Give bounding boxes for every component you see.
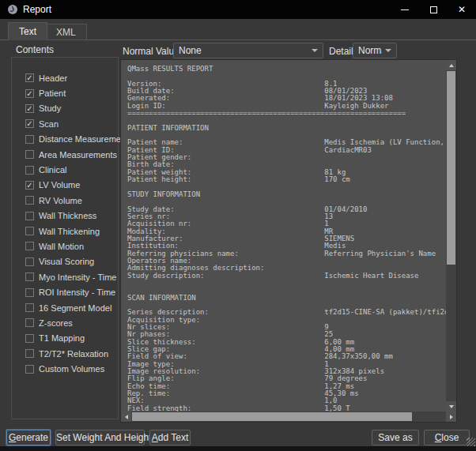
sidebar-item-label: Scan [39, 119, 59, 129]
sidebar-item-clinical[interactable]: Clinical [12, 162, 118, 177]
sidebar-item-wall-thickening[interactable]: Wall Thickening [12, 224, 118, 239]
report-textarea[interactable]: QMass RESULTS REPORT Version: 8.1 Build … [120, 59, 457, 423]
arrow-down-icon [449, 405, 454, 408]
sidebar-item-label: Header [39, 73, 67, 83]
checkbox-t1-mapping[interactable] [25, 334, 34, 343]
minimize-button[interactable] [391, 0, 419, 19]
checkbox-visual-scoring[interactable] [25, 257, 34, 266]
sidebar-item-label: Wall Thickening [39, 227, 100, 236]
vertical-scrollbar[interactable] [446, 60, 456, 412]
checkbox-header[interactable]: ✓ [25, 73, 34, 82]
checkbox-patient[interactable]: ✓ [25, 89, 34, 98]
sidebar-item-label: Clinical [39, 165, 66, 175]
sidebar-item-rv-volume[interactable]: RV Volume [12, 193, 118, 208]
sidebar-item-roi-intensity-time[interactable]: ROI Intensity - Time [12, 284, 118, 299]
sidebar-item-wall-thickness[interactable]: Wall Thickness [12, 209, 118, 224]
scroll-right-button[interactable] [446, 412, 456, 422]
close-button[interactable]: ✕ [448, 0, 476, 19]
save-as-button[interactable]: Save as [372, 430, 419, 445]
checkbox-z-scores[interactable] [25, 318, 34, 327]
sidebar-item-scan[interactable]: ✓Scan [12, 116, 118, 131]
checkbox-roi-intensity-time[interactable] [25, 288, 34, 297]
tab-text[interactable]: Text [8, 22, 47, 40]
sidebar-item-visual-scoring[interactable]: Visual Scoring [12, 254, 118, 269]
checkbox-area-measurements[interactable] [25, 150, 34, 159]
resize-grip[interactable] [467, 438, 475, 446]
scroll-up-button[interactable] [446, 60, 456, 70]
report-text[interactable]: QMass RESULTS REPORT Version: 8.1 Build … [121, 60, 446, 412]
sidebar-item-label: Patient [39, 88, 66, 98]
sidebar-item-16-segment-model[interactable]: 16 Segment Model [12, 300, 118, 315]
minimize-icon [401, 9, 409, 10]
sidebar-item-label: Area Measurements [39, 150, 117, 160]
close-icon: ✕ [458, 5, 466, 14]
sidebar-item-distance-measurements[interactable]: Distance Measurements [12, 132, 118, 147]
dropdown-arrow-icon [385, 49, 391, 52]
sidebar-item-label: Custom Volumes [39, 364, 104, 374]
sidebar-item-label: Wall Motion [39, 242, 84, 251]
titlebar: Report ✕ [0, 0, 476, 19]
horizontal-scrollbar[interactable] [121, 412, 456, 422]
sidebar-item-myo-intensity-time[interactable]: Myo Intensity - Time [12, 269, 118, 284]
vertical-scrollbar-thumb[interactable] [447, 71, 455, 265]
sidebar-item-label: 16 Segment Model [39, 303, 111, 313]
checkbox-wall-motion[interactable] [25, 242, 34, 250]
checkbox-lv-volume[interactable]: ✓ [25, 181, 34, 190]
sidebar-item-lv-volume[interactable]: ✓LV Volume [12, 178, 118, 193]
checkbox-distance-measurements[interactable] [25, 135, 34, 144]
set-weight-and-height-button[interactable]: Set Weight And Height [55, 430, 145, 445]
window-title: Report [23, 4, 51, 15]
sidebar-item-label: Study [39, 103, 61, 113]
detail-dropdown[interactable]: Normal [353, 43, 397, 58]
app-icon [7, 4, 18, 15]
sidebar-item-header[interactable]: ✓Header [12, 70, 118, 85]
scroll-left-button[interactable] [121, 412, 131, 422]
sidebar-item-label: Visual Scoring [39, 257, 94, 266]
scroll-down-button[interactable] [446, 401, 456, 412]
maximize-icon [430, 6, 437, 13]
checkbox-study[interactable]: ✓ [25, 104, 34, 113]
checkbox-rv-volume[interactable] [25, 196, 34, 205]
sidebar-item-label: Z-scores [39, 318, 73, 328]
sidebar-item-z-scores[interactable]: Z-scores [12, 315, 118, 330]
detail-selected: Normal [358, 45, 382, 56]
contents-groupbox: ✓Header ✓Patient ✓Study ✓Scan Distance M… [11, 57, 119, 419]
sidebar-item-label: T1 Mapping [39, 333, 85, 343]
sidebar-item-wall-motion[interactable]: Wall Motion [12, 239, 118, 254]
sidebar-item-patient[interactable]: ✓Patient [12, 85, 118, 100]
sidebar-item-t2-relaxation[interactable]: T2/T2* Relaxation [12, 346, 118, 361]
sidebar-item-t1-mapping[interactable]: T1 Mapping [12, 331, 118, 346]
detail-label: Detail: [329, 46, 356, 57]
checkbox-myo-intensity-time[interactable] [25, 272, 34, 281]
checkbox-t2-relaxation[interactable] [25, 349, 34, 358]
dropdown-arrow-icon [312, 49, 318, 52]
tab-xml[interactable]: XML [45, 24, 87, 40]
maximize-button[interactable] [419, 0, 448, 19]
sidebar-item-label: LV Volume [39, 180, 80, 190]
sidebar-item-area-measurements[interactable]: Area Measurements [12, 147, 118, 162]
contents-list: ✓Header ✓Patient ✓Study ✓Scan Distance M… [12, 58, 118, 377]
sidebar-item-label: T2/T2* Relaxation [39, 349, 108, 359]
sidebar-item-study[interactable]: ✓Study [12, 101, 118, 116]
contents-title: Contents [16, 44, 54, 55]
checkbox-wall-thickening[interactable] [25, 227, 34, 235]
generate-button[interactable]: Generate [6, 430, 51, 445]
normal-values-dropdown[interactable]: None [173, 43, 323, 58]
close-dialog-button[interactable]: Close [424, 430, 470, 445]
desktop-strip [0, 446, 476, 451]
sidebar-item-label: Myo Intensity - Time [39, 272, 116, 282]
sidebar-item-label: RV Volume [39, 196, 82, 205]
checkbox-clinical[interactable] [25, 166, 34, 175]
tab-bar: Text XML [0, 22, 476, 40]
sidebar-item-label: ROI Intensity - Time [39, 288, 115, 297]
sidebar-item-custom-volumes[interactable]: Custom Volumes [12, 361, 118, 376]
checkbox-scan[interactable]: ✓ [25, 119, 34, 128]
add-text-button[interactable]: Add Text [149, 430, 191, 445]
checkbox-16-segment-model[interactable] [25, 303, 34, 312]
checkbox-custom-volumes[interactable] [25, 365, 34, 374]
normal-values-selected: None [179, 45, 308, 56]
checkbox-wall-thickness[interactable] [25, 212, 34, 220]
sidebar-item-label: Distance Measurements [39, 134, 133, 144]
arrow-right-icon [450, 415, 453, 419]
horizontal-scrollbar-thumb[interactable] [132, 412, 412, 421]
